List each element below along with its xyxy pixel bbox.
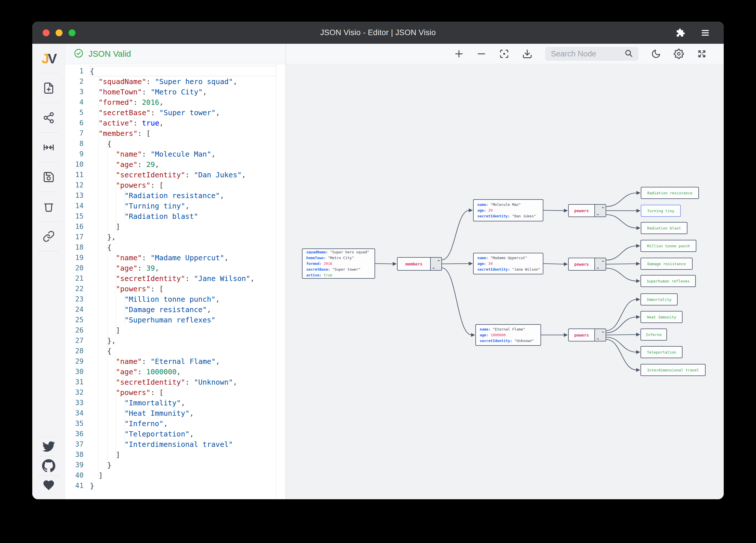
code-line-29[interactable]: 29"name": "Eternal Flame", [65,356,286,366]
zoom-out-button[interactable] [477,49,486,59]
code-line-32[interactable]: 32"powers": [ [65,387,286,398]
save-button[interactable] [32,162,65,192]
center-view-button[interactable] [499,49,509,59]
graph-node-p3[interactable]: powers→← [568,328,606,341]
sponsor-button[interactable] [32,476,65,495]
code-line-21[interactable]: 21"secretIdentity": "Jane Wilson", [65,273,286,283]
code-line-11[interactable]: 11"secretIdentity": "Dan Jukes", [65,170,286,180]
graph-node-l1b[interactable]: Turning tiny [641,205,681,217]
close-button[interactable] [43,29,50,36]
code-line-19[interactable]: 19"name": "Madame Uppercut", [65,253,286,263]
graph-node-m1[interactable]: name: "Molecule Man"age: 29secretIdentit… [473,199,543,222]
code-line-24[interactable]: 24"Damage resistance", [65,304,286,315]
app-logo[interactable]: JV [32,44,65,73]
collapse-node-button[interactable]: →← [594,205,606,217]
collapse-node-button[interactable]: →← [430,258,441,270]
code-line-20[interactable]: 20"age": 39, [65,263,286,273]
code-line-7[interactable]: 7"members": [ [65,128,286,139]
node-field-name: name: "Molecule Man" [477,202,539,208]
code-line-5[interactable]: 5"secretBase": "Super tower", [65,107,286,118]
graph-node-l2a[interactable]: Million tonne punch [640,240,696,252]
extension-icon[interactable] [676,28,685,37]
graph-node-l3a[interactable]: Immortality [640,293,678,305]
graph-node-m2[interactable]: name: "Madame Uppercut"age: 39secretIden… [473,253,543,274]
code-line-18[interactable]: 18{ [65,242,286,253]
line-number: 4 [65,98,84,106]
graph-node-l3e[interactable]: Interdimensional travel [640,364,706,376]
minimize-button[interactable] [56,29,63,36]
fullscreen-button[interactable] [697,49,707,59]
graph-node-p1[interactable]: powers→← [568,204,606,217]
code-line-33[interactable]: 33"Immortality", [65,398,286,408]
graph-node-members[interactable]: members→← [397,257,442,271]
code-line-16[interactable]: 16] [65,222,286,232]
menu-icon[interactable] [701,28,710,37]
code-line-17[interactable]: 17}, [65,232,286,242]
code-line-1[interactable]: 1{ [65,66,286,76]
code-line-4[interactable]: 4"formed": 2016, [65,97,286,107]
new-document-button[interactable] [32,73,65,103]
search-node-box[interactable] [545,47,638,61]
graph-node-l3c[interactable]: Inferno [640,328,667,340]
code-line-39[interactable]: 39} [65,460,286,470]
code-line-13[interactable]: 13"Radiation resistance", [65,190,286,201]
code-line-37[interactable]: 37"Interdimensional travel" [65,439,286,449]
delete-button[interactable] [32,192,65,222]
graph-canvas[interactable]: squadName: "Super hero squad"homeTown: "… [286,64,724,499]
code-line-14[interactable]: 14"Turning tiny", [65,201,286,211]
line-number: 21 [65,274,84,282]
code-line-34[interactable]: 34"Heat Immunity", [65,408,286,418]
parent-node-label: powers [569,205,594,217]
graph-node-l2b[interactable]: Damage resistance [640,258,693,270]
graph-node-root[interactable]: squadName: "Super hero squad"homeTown: "… [302,249,375,279]
twitter-button[interactable] [32,437,65,456]
graph-node-l3b[interactable]: Heat Immunity [640,311,683,323]
code-line-35[interactable]: 35"Inferno", [65,418,286,429]
code-line-36[interactable]: 36"Teleportation", [65,429,286,439]
code-line-23[interactable]: 23"Million tonne punch", [65,294,286,304]
code-line-10[interactable]: 10"age": 29, [65,159,286,170]
settings-button[interactable] [674,49,684,59]
code-line-27[interactable]: 27}, [65,335,286,346]
line-number: 15 [65,212,84,220]
code-line-9[interactable]: 9"name": "Molecule Man", [65,149,286,159]
code-line-40[interactable]: 40] [65,470,286,480]
code-line-3[interactable]: 3"homeTown": "Metro City", [65,87,286,97]
download-button[interactable] [522,49,532,59]
graph-node-l1a[interactable]: Radiation resistance [641,187,699,199]
graph-node-l1c[interactable]: Radiation blast [641,222,687,234]
code-line-41[interactable]: 41} [65,480,286,491]
editor-ruler [276,64,276,499]
fit-width-button[interactable] [32,133,65,162]
code-line-25[interactable]: 25"Superhuman reflexes" [65,315,286,325]
zoom-in-button[interactable] [454,49,464,59]
collapse-node-button[interactable]: →← [594,258,606,270]
code-line-30[interactable]: 30"age": 1000000, [65,366,286,377]
code-line-12[interactable]: 12"powers": [ [65,180,286,190]
code-line-26[interactable]: 26] [65,325,286,335]
code-line-2[interactable]: 2"squadName": "Super hero squad", [65,76,286,87]
graph-node-l3d[interactable]: Teleportation [640,346,683,358]
code-line-6[interactable]: 6"active": true, [65,118,286,128]
code-line-38[interactable]: 38] [65,449,286,460]
editor-status-bar: JSON Valid [65,44,286,64]
zoom-button[interactable] [69,29,75,36]
search-node-input[interactable] [550,49,621,59]
graph-node-m3[interactable]: name: "Eternal Flame"age: 1000000secretI… [475,324,541,346]
theme-toggle-button[interactable] [651,49,661,59]
code-line-22[interactable]: 22"powers": [ [65,283,286,294]
code-line-28[interactable]: 28{ [65,346,286,356]
line-number: 9 [65,150,84,158]
line-number: 12 [65,181,84,189]
github-button[interactable] [32,456,65,475]
copy-link-button[interactable] [32,222,65,251]
code-line-31[interactable]: 31"secretIdentity": "Unknown", [65,377,286,387]
code-line-8[interactable]: 8{ [65,139,286,149]
code-editor[interactable]: 1{2"squadName": "Super hero squad",3"hom… [65,64,286,499]
search-icon[interactable] [624,49,633,59]
share-button[interactable] [32,103,65,133]
graph-node-p2[interactable]: powers→← [568,258,606,271]
graph-node-l2c[interactable]: Superhuman reflexes [640,275,696,287]
collapse-node-button[interactable]: →← [594,329,606,341]
code-line-15[interactable]: 15"Radiation blast" [65,211,286,222]
